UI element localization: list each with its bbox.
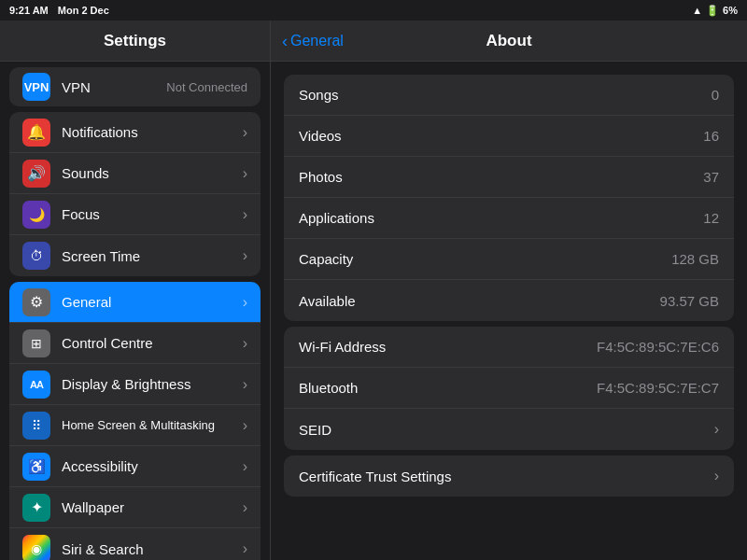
- songs-value: 0: [712, 87, 719, 103]
- applications-label: Applications: [299, 210, 703, 226]
- wifi-address-value: F4:5C:89:5C:7E:C6: [597, 339, 719, 355]
- wallpaper-icon: ✦: [22, 494, 50, 522]
- siri-chevron: ›: [243, 540, 247, 557]
- display-brightness-label: Display & Brightness: [62, 376, 232, 392]
- wallpaper-chevron: ›: [243, 499, 247, 516]
- time: 9:21 AM: [9, 5, 49, 16]
- settings-title: Settings: [104, 32, 166, 50]
- bluetooth-value: F4:5C:89:5C:7E:C7: [597, 380, 719, 396]
- cert-trust-chevron: ›: [714, 468, 719, 484]
- seid-chevron: ›: [714, 421, 719, 438]
- screen-time-label: Screen Time: [62, 248, 232, 264]
- available-label: Available: [299, 293, 660, 309]
- capacity-label: Capacity: [299, 251, 671, 267]
- detail-row-cert-trust[interactable]: Certificate Trust Settings ›: [284, 455, 734, 497]
- sidebar-item-accessibility[interactable]: ♿ Accessibility ›: [9, 446, 261, 487]
- focus-label: Focus: [62, 206, 232, 222]
- detail-panel: Songs 0 Videos 16 Photos 37 Applications…: [271, 62, 747, 560]
- sidebar-item-general[interactable]: ⚙ General ›: [9, 282, 261, 323]
- sidebar-item-siri-search[interactable]: ◉ Siri & Search ›: [9, 528, 261, 560]
- accessibility-label: Accessibility: [62, 458, 232, 474]
- detail-row-wifi-address[interactable]: Wi-Fi Address F4:5C:89:5C:7E:C6: [284, 327, 734, 368]
- siri-label: Siri & Search: [62, 541, 232, 557]
- sidebar-item-home-screen[interactable]: ⠿ Home Screen & Multitasking ›: [9, 405, 261, 446]
- display-brightness-icon: AA: [22, 371, 50, 399]
- wifi-address-label: Wi-Fi Address: [299, 339, 597, 355]
- app-container: Settings ‹ General About VPN VPN Not Con…: [0, 21, 747, 560]
- battery-icon: 🔋: [706, 5, 719, 17]
- screen-time-chevron: ›: [243, 247, 247, 264]
- title-bar: Settings ‹ General About: [0, 21, 747, 62]
- detail-group-network: Wi-Fi Address F4:5C:89:5C:7E:C6 Bluetoot…: [284, 327, 734, 450]
- main-content: VPN VPN Not Connected 🔔 Notifications › …: [0, 62, 747, 560]
- detail-row-applications[interactable]: Applications 12: [284, 198, 734, 239]
- home-screen-icon: ⠿: [22, 412, 50, 440]
- vpn-label: VPN: [62, 79, 155, 95]
- wifi-icon: ▲: [692, 5, 702, 16]
- accessibility-chevron: ›: [243, 458, 247, 475]
- detail-row-bluetooth[interactable]: Bluetooth F4:5C:89:5C:7E:C7: [284, 368, 734, 409]
- sidebar: VPN VPN Not Connected 🔔 Notifications › …: [0, 62, 271, 560]
- focus-chevron: ›: [243, 206, 247, 223]
- detail-title-bar: ‹ General About: [271, 21, 747, 61]
- detail-group-cert: Certificate Trust Settings ›: [284, 455, 734, 497]
- sidebar-item-wallpaper[interactable]: ✦ Wallpaper ›: [9, 487, 261, 528]
- accessibility-icon: ♿: [22, 453, 50, 481]
- general-icon: ⚙: [22, 288, 50, 316]
- home-screen-chevron: ›: [243, 417, 247, 434]
- notifications-label: Notifications: [62, 124, 232, 140]
- display-brightness-chevron: ›: [243, 376, 247, 393]
- control-centre-label: Control Centre: [62, 335, 232, 351]
- home-screen-label: Home Screen & Multitasking: [62, 418, 232, 432]
- back-button[interactable]: ‹ General: [282, 33, 344, 49]
- sidebar-group-1: 🔔 Notifications › 🔊 Sounds › 🌙 Focus › ⏱…: [9, 112, 261, 276]
- status-bar-left: 9:21 AM Mon 2 Dec: [9, 5, 109, 16]
- sidebar-group-2: ⚙ General › ⊞ Control Centre › AA Displa…: [9, 282, 261, 560]
- videos-value: 16: [703, 128, 719, 144]
- back-chevron-icon: ‹: [282, 33, 288, 49]
- sidebar-item-sounds[interactable]: 🔊 Sounds ›: [9, 153, 261, 194]
- capacity-value: 128 GB: [671, 251, 719, 267]
- sidebar-item-focus[interactable]: 🌙 Focus ›: [9, 194, 261, 235]
- detail-row-capacity[interactable]: Capacity 128 GB: [284, 239, 734, 280]
- detail-row-photos[interactable]: Photos 37: [284, 157, 734, 198]
- notifications-chevron: ›: [243, 124, 247, 141]
- detail-row-videos[interactable]: Videos 16: [284, 116, 734, 157]
- control-centre-icon: ⊞: [22, 329, 50, 357]
- date: Mon 2 Dec: [58, 5, 109, 16]
- detail-group-storage: Songs 0 Videos 16 Photos 37 Applications…: [284, 75, 734, 321]
- vpn-icon: VPN: [22, 73, 50, 101]
- detail-row-seid[interactable]: SEID ›: [284, 409, 734, 450]
- status-bar-right: ▲ 🔋 6%: [692, 5, 738, 17]
- sounds-icon: 🔊: [22, 160, 50, 188]
- cert-trust-label: Certificate Trust Settings: [299, 469, 709, 484]
- back-label: General: [290, 33, 344, 49]
- videos-label: Videos: [299, 128, 703, 144]
- general-chevron: ›: [243, 294, 247, 311]
- songs-label: Songs: [299, 87, 712, 103]
- sounds-chevron: ›: [243, 165, 247, 182]
- battery-level: 6%: [723, 5, 738, 16]
- control-centre-chevron: ›: [243, 335, 247, 352]
- detail-row-songs[interactable]: Songs 0: [284, 75, 734, 116]
- photos-value: 37: [703, 169, 719, 185]
- applications-value: 12: [703, 210, 719, 226]
- siri-icon: ◉: [22, 535, 50, 560]
- bluetooth-label: Bluetooth: [299, 380, 597, 396]
- detail-title: About: [486, 32, 531, 50]
- settings-title-bar: Settings: [0, 21, 271, 61]
- seid-label: SEID: [299, 422, 709, 438]
- screen-time-icon: ⏱: [22, 242, 50, 270]
- sidebar-item-notifications[interactable]: 🔔 Notifications ›: [9, 112, 261, 153]
- general-label: General: [62, 294, 232, 310]
- photos-label: Photos: [299, 169, 703, 185]
- detail-row-available[interactable]: Available 93.57 GB: [284, 280, 734, 321]
- sidebar-item-screen-time[interactable]: ⏱ Screen Time ›: [9, 235, 261, 276]
- focus-icon: 🌙: [22, 201, 50, 229]
- wallpaper-label: Wallpaper: [62, 499, 232, 515]
- sidebar-item-control-centre[interactable]: ⊞ Control Centre ›: [9, 323, 261, 364]
- vpn-status: Not Connected: [166, 80, 247, 94]
- sounds-label: Sounds: [62, 165, 232, 181]
- sidebar-item-vpn[interactable]: VPN VPN Not Connected: [9, 67, 261, 106]
- sidebar-item-display-brightness[interactable]: AA Display & Brightness ›: [9, 364, 261, 405]
